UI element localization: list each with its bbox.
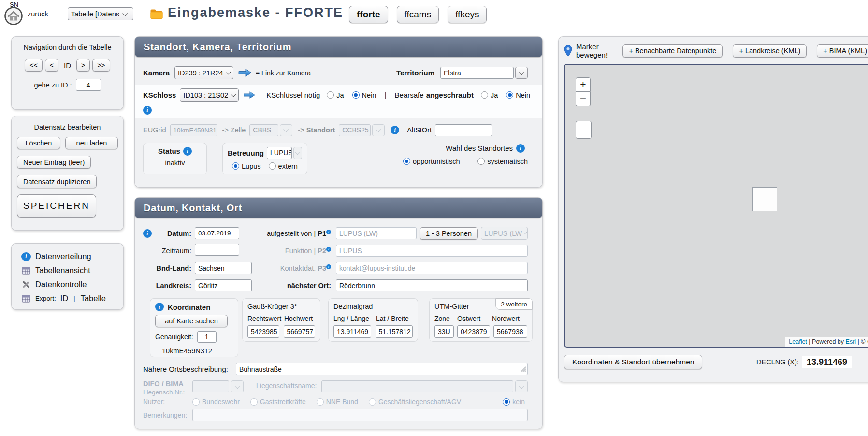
camera-link-arrow-icon[interactable]: [238, 68, 252, 77]
kamera-select[interactable]: ID239 : 21R24: [174, 66, 233, 79]
kschloss-select[interactable]: ID103 : 21S02: [180, 88, 239, 102]
betreuung-dropdown-button[interactable]: [293, 147, 302, 159]
app-button-fforte[interactable]: fforte: [349, 6, 388, 23]
nutzer-kein-radio[interactable]: [503, 398, 510, 406]
landkreise-kml-button[interactable]: + Landkreise (KML): [733, 44, 807, 58]
gk-rechtswert-input[interactable]: 5423985: [247, 325, 279, 338]
export-id-link[interactable]: ID: [60, 294, 69, 303]
gk-title: Gauß-Krüger 3°: [247, 303, 315, 310]
genauigkeit-input[interactable]: 1: [197, 331, 217, 343]
naechster-ort-input[interactable]: Röderbrunn: [336, 279, 528, 291]
kschloss-info-icon[interactable]: [143, 106, 152, 115]
resize-grip-icon[interactable]: [521, 366, 526, 374]
bundesland-input[interactable]: Sachsen: [195, 262, 252, 274]
zeitraum-label: Zeitraum:: [156, 247, 191, 255]
altstort-input[interactable]: [435, 124, 492, 136]
zoom-out-button[interactable]: −: [576, 92, 591, 106]
page-title: Eingabemaske - FFORTE: [168, 5, 343, 20]
app-button-ffkeys[interactable]: ffkeys: [448, 6, 487, 23]
nutzer-geschaeftsliegenschaft-radio[interactable]: [369, 398, 376, 406]
sidebar-item-datenkontrolle[interactable]: Datenkontrolle: [21, 277, 123, 291]
reload-button[interactable]: neu laden: [65, 137, 118, 149]
sidebar-item-tabellenansicht[interactable]: Tabellenansicht: [21, 263, 123, 277]
kschloss-link-arrow-icon[interactable]: [243, 91, 256, 99]
betreuung-input[interactable]: LUPUS: [267, 147, 292, 159]
bima-kml-button[interactable]: + BIMA (KML): [817, 44, 868, 58]
eugrid-input: 10kmE459N312: [170, 124, 217, 136]
sidebar-item-label: Datenkontrolle: [35, 280, 87, 289]
table-select-value: Tabelle [Datens: [71, 10, 119, 18]
territorium-dropdown-button[interactable]: [515, 67, 528, 79]
bearsafe-ja-radio[interactable]: [481, 91, 488, 99]
more-coordinates-button[interactable]: 2 weitere: [495, 298, 533, 310]
sidebar-item-datenverteilung[interactable]: Datenverteilung: [21, 249, 123, 263]
p2-info-icon[interactable]: [326, 247, 331, 252]
map-canvas[interactable]: + − Leaflet | Powered by Esri | © C: [564, 64, 868, 348]
bearsafe-bold-label: angeschraubt: [426, 91, 474, 99]
table-select[interactable]: Tabelle [Datens: [68, 7, 133, 20]
bearsafe-nein-radio[interactable]: [506, 91, 513, 99]
nutzer-gaststreitkraefte-radio[interactable]: [250, 398, 258, 406]
betreuung-lupus-radio[interactable]: [232, 162, 239, 170]
utm-zone-input[interactable]: 33U: [434, 325, 454, 338]
last-record-button[interactable]: >>: [92, 59, 110, 72]
koordinaten-info-icon[interactable]: [155, 303, 164, 311]
back-label[interactable]: zurück: [28, 10, 48, 18]
landkreis-input[interactable]: Görlitz: [195, 279, 252, 291]
save-button[interactable]: SPEICHERN: [17, 194, 96, 218]
wahl-systematisch-radio[interactable]: [477, 158, 485, 165]
p1-select[interactable]: LUPUS (LW: [481, 227, 528, 240]
ortsbeschreibung-input[interactable]: Bühnaustraße: [236, 363, 528, 375]
goto-id-input[interactable]: 4: [76, 79, 101, 91]
next-record-button[interactable]: >: [76, 59, 90, 72]
first-record-button[interactable]: <<: [25, 59, 42, 72]
gk-hochwert-input[interactable]: 5669757: [284, 325, 316, 338]
export-table-link[interactable]: Tabelle: [81, 294, 106, 303]
esri-link[interactable]: Esri: [846, 338, 856, 345]
sidebar-item-label: Tabellenansicht: [35, 266, 90, 275]
wahl-standort-info-icon[interactable]: [516, 144, 525, 153]
datum-input[interactable]: 03.07.2019: [195, 227, 239, 239]
p1-input[interactable]: LUPUS (LW): [336, 227, 417, 239]
dez-lat-input[interactable]: 51.157812: [376, 325, 413, 338]
personen-button[interactable]: 1 - 3 Personen: [420, 227, 478, 240]
kschluessel-ja-radio[interactable]: [327, 91, 334, 99]
status-info-icon[interactable]: [183, 147, 192, 156]
home-icon[interactable]: [4, 6, 23, 26]
map-search-button[interactable]: auf Karte suchen: [155, 315, 228, 327]
p3-info-icon[interactable]: [326, 264, 331, 269]
map-attribution: Leaflet | Powered by Esri | © C: [785, 337, 868, 347]
kschluessel-nein-radio[interactable]: [352, 91, 360, 99]
p3-label: Kontaktdat. P3: [258, 264, 331, 272]
territorium-input[interactable]: Elstra: [440, 67, 514, 79]
p2-input[interactable]: LUPUS: [336, 245, 528, 257]
zoom-in-button[interactable]: +: [576, 77, 591, 92]
p3-input[interactable]: kontakt@lupus-institut.de: [336, 262, 528, 274]
nutzer-bundeswehr-radio[interactable]: [192, 398, 200, 406]
standort-info-icon[interactable]: [391, 126, 399, 134]
dez-lng-input[interactable]: 13.911469: [333, 325, 371, 338]
goto-id-link[interactable]: gehe zu ID: [34, 81, 68, 89]
utm-ostwert-input[interactable]: 0423879: [457, 325, 490, 338]
apply-coordinates-button[interactable]: Koordinaten & Standort übernehmen: [564, 355, 702, 369]
utm-nordwert-input[interactable]: 5667938: [493, 325, 527, 338]
p1-select-value: LUPUS (LW: [484, 230, 522, 237]
app-button-ffcams[interactable]: ffcams: [397, 6, 439, 23]
neighbor-datapoints-button[interactable]: + Benachbarte Datenpunkte: [622, 44, 723, 58]
datum-label: Datum:: [156, 230, 191, 237]
kschluessel-label: KSchlüssel nötig: [266, 91, 320, 99]
previous-record-button[interactable]: <: [45, 59, 58, 72]
leaflet-link[interactable]: Leaflet: [789, 338, 807, 345]
map-extra-control[interactable]: [576, 121, 592, 139]
nutzer-nne-bund-radio[interactable]: [317, 398, 324, 406]
datum-info-icon[interactable]: [143, 229, 152, 238]
delete-button[interactable]: Löschen: [17, 137, 60, 149]
zeitraum-input[interactable]: [195, 244, 239, 256]
wahl-opportunistisch-radio[interactable]: [403, 158, 410, 165]
nutzer-gaststreitkraefte-label: Gaststreitkräfte: [260, 398, 306, 406]
betreuung-extern-radio[interactable]: [269, 162, 276, 170]
table-icon: [21, 267, 31, 275]
duplicate-record-button[interactable]: Datensatz duplizieren: [17, 175, 97, 188]
p1-info-icon[interactable]: [326, 230, 331, 234]
new-entry-button[interactable]: Neuer Eintrag (leer): [17, 156, 91, 169]
